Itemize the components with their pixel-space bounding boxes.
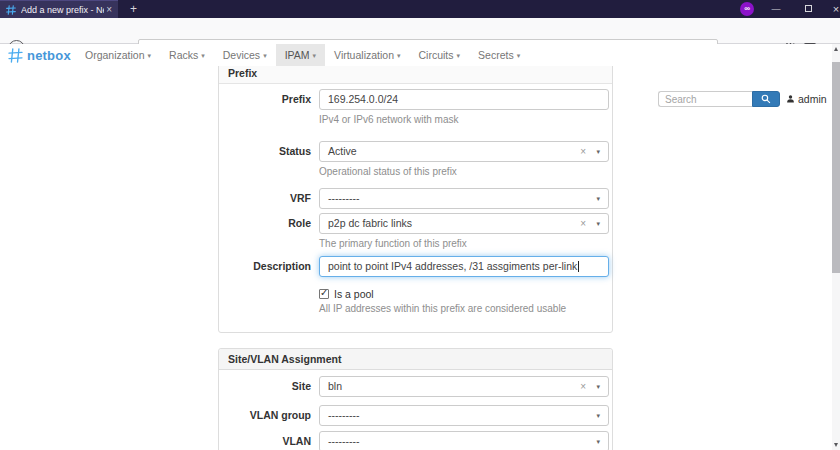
menu-item-virtualization[interactable]: Virtualization▾ [325,44,409,66]
vlan-select[interactable]: --------- ▾ [319,431,609,450]
menu-item-organization[interactable]: Organization▾ [76,44,160,66]
chevron-down-icon: ▾ [313,52,317,59]
tab-title: Add a new prefix - NetBox [21,5,104,15]
site-vlan-panel: Site/VLAN Assignment Site bln × ▾ VLAN g… [218,348,613,450]
brand-label: netbox [27,48,71,63]
field-help: All IP addresses within this prefix are … [319,303,566,314]
field-label: Prefix [219,89,311,110]
netbox-logo-icon [8,48,23,63]
browser-toolbar: ← → ↻ ⌂ i 192.168.141.137:32769/ipam/pre… [0,18,840,44]
description-input[interactable]: point to point IPv4 addresses, /31 assgi… [319,256,609,277]
field-label: VLAN [219,431,311,450]
scrollbar-thumb[interactable] [832,62,840,273]
clear-icon[interactable]: × [580,214,586,233]
role-select[interactable]: p2p dc fabric links × ▾ [319,213,609,234]
dropdown-caret-icon[interactable]: ▾ [596,214,600,233]
chevron-down-icon: ▾ [517,52,521,59]
field-help: IPv4 or IPv6 network with mask [319,114,459,125]
field-help: Operational status of this prefix [319,166,457,177]
form-row-prefix: Prefix 169.254.0.0/24 [219,89,612,110]
is-a-pool-row: ✓ Is a pool [319,288,374,300]
prefix-panel: Prefix Prefix 169.254.0.0/24 IPv4 or IPv… [218,63,613,333]
dropdown-caret-icon[interactable]: ▾ [596,142,600,161]
field-label: VLAN group [219,405,311,426]
field-label: Status [219,141,311,162]
user-icon [786,94,795,104]
vrf-select[interactable]: --------- ▾ [319,188,609,209]
clear-icon[interactable]: × [580,377,586,396]
search-input[interactable] [658,91,752,107]
form-row-vlan: VLAN --------- ▾ [219,431,612,450]
field-label: VRF [219,188,311,209]
new-tab-button[interactable]: + [124,0,143,18]
form-row-vlan-group: VLAN group --------- ▾ [219,405,612,426]
field-help: The primary function of this prefix [319,238,467,249]
user-menu[interactable]: admin ▾ [786,91,836,107]
extension-icon[interactable]: ∞ [740,2,754,16]
site-select[interactable]: bln × ▾ [319,376,609,397]
panel-title: Prefix [219,64,612,84]
main-menu: Organization▾ Racks▾ Devices▾ IPAM▾ Virt… [76,44,529,66]
browser-titlebar: Add a new prefix - NetBox × + ∞ — × [0,0,840,18]
dropdown-caret-icon[interactable]: ▾ [596,406,600,425]
chevron-down-icon: ▾ [457,52,461,59]
form-row-status: Status Active × ▾ [219,141,612,162]
checkmark-icon: ✓ [320,287,328,298]
dropdown-caret-icon[interactable]: ▾ [596,189,600,208]
netbox-favicon-icon [6,5,16,15]
chevron-down-icon: ▾ [397,52,401,59]
browser-tab[interactable]: Add a new prefix - NetBox × [0,0,118,18]
page-scrollbar[interactable] [832,44,840,450]
netbox-navbar: netbox Organization▾ Racks▾ Devices▾ IPA… [0,44,840,66]
scroll-down-arrow-icon[interactable] [834,443,838,447]
status-select[interactable]: Active × ▾ [319,141,609,162]
chevron-down-icon: ▾ [201,52,205,59]
form-row-vrf: VRF --------- ▾ [219,188,612,209]
field-label: Site [219,376,311,397]
form-row-site: Site bln × ▾ [219,376,612,397]
restore-icon [805,5,812,12]
menu-item-circuits[interactable]: Circuits▾ [410,44,470,66]
form-row-description: Description point to point IPv4 addresse… [219,256,612,277]
menu-item-secrets[interactable]: Secrets▾ [469,44,529,66]
dropdown-caret-icon[interactable]: ▾ [596,377,600,396]
menu-item-ipam[interactable]: IPAM▾ [276,44,325,66]
clear-icon[interactable]: × [580,142,586,161]
search-button[interactable] [752,91,780,107]
field-label: Description [219,256,311,277]
checkbox-label[interactable]: Is a pool [334,288,374,300]
field-label: Role [219,213,311,234]
netbox-brand[interactable]: netbox [8,44,71,66]
menu-item-racks[interactable]: Racks▾ [160,44,214,66]
search-icon [761,94,771,104]
tab-close-icon[interactable]: × [104,1,114,19]
window-restore-button[interactable] [796,0,820,18]
chevron-down-icon: ▾ [148,52,152,59]
user-label: admin [798,93,827,105]
menu-item-devices[interactable]: Devices▾ [214,44,276,66]
browser-window: Add a new prefix - NetBox × + ∞ — × ← → … [0,0,840,450]
dropdown-caret-icon[interactable]: ▾ [596,432,600,450]
window-minimize-button[interactable]: — [764,0,788,18]
chevron-down-icon: ▾ [263,52,267,59]
prefix-input[interactable]: 169.254.0.0/24 [319,89,609,110]
vlan-group-select[interactable]: --------- ▾ [319,405,609,426]
panel-title: Site/VLAN Assignment [219,349,612,370]
form-row-role: Role p2p dc fabric links × ▾ [219,213,612,234]
text-cursor [578,261,579,272]
is-a-pool-checkbox[interactable]: ✓ [319,289,329,299]
window-close-button[interactable]: × [824,0,840,18]
scroll-up-arrow-icon[interactable] [834,47,838,51]
